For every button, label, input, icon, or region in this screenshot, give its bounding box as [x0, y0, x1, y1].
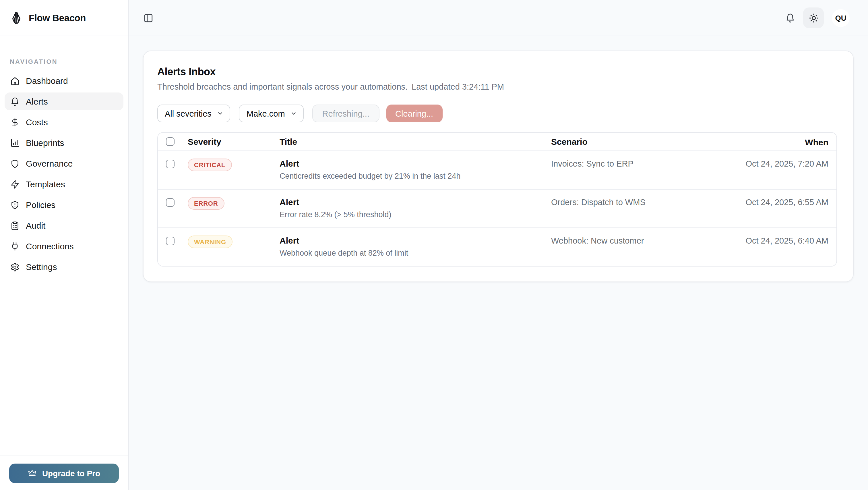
flow-beacon-logo-icon — [9, 11, 24, 25]
severity-badge: CRITICAL — [188, 158, 231, 171]
alert-scenario: Orders: Dispatch to WMS — [544, 197, 715, 207]
last-updated-text: Last updated 3:24:11 PM — [412, 82, 504, 91]
sun-icon — [809, 13, 818, 23]
sidebar-item-costs[interactable]: Costs — [5, 113, 123, 131]
upgrade-button-label: Upgrade to Pro — [42, 469, 100, 478]
select-all-checkbox[interactable] — [166, 137, 175, 146]
bell-icon — [785, 13, 795, 23]
sidebar-item-label: Audit — [26, 221, 45, 230]
severity-filter-value: All severities — [165, 109, 212, 118]
bell-icon — [10, 97, 20, 106]
alert-when: Oct 24, 2025, 6:55 AM — [715, 197, 836, 207]
chevron-down-icon — [291, 110, 297, 117]
table-header-row: Severity Title Scenario When — [158, 133, 836, 150]
app-window: Flow Beacon NAVIGATION Dashboard Alerts … — [0, 0, 868, 490]
sidebar-item-label: Settings — [26, 262, 57, 272]
refresh-alerts-button[interactable]: Refreshing... — [313, 105, 379, 122]
table-row: WARNING Alert Webhook queue depth at 82%… — [158, 228, 836, 266]
nav-section-label: NAVIGATION — [10, 58, 123, 65]
sidebar: Flow Beacon NAVIGATION Dashboard Alerts … — [0, 0, 129, 490]
plug-icon — [10, 241, 20, 251]
avatar-initials: QU — [835, 13, 846, 22]
sidebar-toggle-button[interactable] — [144, 13, 153, 23]
filters-row: All severities Make.com Refreshing... Cl… — [157, 105, 837, 122]
topbar: QU — [129, 0, 868, 36]
sidebar-item-settings[interactable]: Settings — [5, 258, 123, 276]
sidebar-nav: NAVIGATION Dashboard Alerts Costs Bluepr… — [0, 36, 128, 456]
notifications-button[interactable] — [785, 13, 795, 23]
sidebar-item-blueprints[interactable]: Blueprints — [5, 134, 123, 152]
table-row: CRITICAL Alert Centicredits exceeded bud… — [158, 150, 836, 189]
sidebar-item-policies[interactable]: Policies — [5, 196, 123, 214]
main-area: QU Alerts Inbox Threshold breaches and i… — [129, 0, 868, 490]
clipboard-list-icon — [10, 221, 20, 230]
bar-chart-icon — [10, 138, 20, 147]
alert-scenario: Invoices: Sync to ERP — [544, 158, 715, 168]
gear-icon — [10, 262, 20, 271]
sidebar-item-label: Connections — [26, 241, 74, 251]
header-when: When — [715, 137, 836, 147]
alert-description: Webhook queue depth at 82% of limit — [280, 249, 544, 257]
sidebar-item-alerts[interactable]: Alerts — [5, 92, 123, 110]
header-scenario: Scenario — [544, 137, 715, 146]
alert-description: Centicredits exceeded budget by 21% in t… — [280, 172, 544, 180]
brand: Flow Beacon — [0, 0, 128, 36]
zap-icon — [10, 179, 20, 189]
sidebar-item-label: Alerts — [26, 96, 48, 106]
sidebar-item-audit[interactable]: Audit — [5, 217, 123, 234]
alert-title: Alert — [280, 197, 544, 207]
row-checkbox[interactable] — [166, 160, 175, 168]
sidebar-item-governance[interactable]: Governance — [5, 154, 123, 172]
shield-icon — [10, 159, 20, 168]
sidebar-item-templates[interactable]: Templates — [5, 175, 123, 193]
home-icon — [10, 76, 20, 85]
severity-badge: ERROR — [188, 197, 224, 210]
sidebar-item-connections[interactable]: Connections — [5, 237, 123, 255]
alert-title: Alert — [280, 235, 544, 245]
dollar-icon — [10, 117, 20, 127]
sidebar-footer: Upgrade to Pro — [0, 456, 128, 490]
sidebar-item-label: Governance — [26, 158, 73, 168]
alert-when: Oct 24, 2025, 6:40 AM — [715, 235, 836, 245]
subtitle-text: Threshold breaches and important signals… — [157, 82, 408, 91]
page-title: Alerts Inbox — [157, 66, 837, 78]
crown-icon — [28, 469, 37, 478]
alert-description: Error rate 8.2% (> 5% threshold) — [280, 210, 544, 219]
alert-title: Alert — [280, 158, 544, 168]
page-subtitle: Threshold breaches and important signals… — [157, 82, 837, 91]
alerts-inbox-card: Alerts Inbox Threshold breaches and impo… — [143, 51, 854, 282]
shield-alert-icon — [10, 200, 20, 209]
theme-toggle-button[interactable] — [803, 7, 824, 28]
row-checkbox[interactable] — [166, 198, 175, 207]
row-checkbox[interactable] — [166, 237, 175, 245]
user-avatar[interactable]: QU — [832, 9, 849, 27]
header-title: Title — [273, 137, 544, 146]
severity-badge: WARNING — [188, 235, 232, 248]
chevron-down-icon — [217, 110, 224, 117]
sidebar-item-label: Blueprints — [26, 138, 64, 148]
panel-left-icon — [144, 13, 153, 23]
alerts-table: Severity Title Scenario When CRITICAL Al… — [157, 132, 837, 266]
sidebar-item-label: Templates — [26, 179, 65, 189]
brand-name: Flow Beacon — [29, 12, 86, 23]
sidebar-item-label: Costs — [26, 117, 48, 127]
alert-when: Oct 24, 2025, 7:20 AM — [715, 158, 836, 168]
source-filter-select[interactable]: Make.com — [239, 105, 304, 122]
sidebar-item-label: Dashboard — [26, 76, 68, 86]
severity-filter-select[interactable]: All severities — [157, 105, 230, 122]
clear-alerts-button[interactable]: Clearing... — [386, 105, 442, 122]
header-severity: Severity — [181, 137, 273, 146]
upgrade-to-pro-button[interactable]: Upgrade to Pro — [9, 464, 119, 483]
source-filter-value: Make.com — [247, 109, 285, 118]
table-row: ERROR Alert Error rate 8.2% (> 5% thresh… — [158, 189, 836, 228]
sidebar-item-label: Policies — [26, 200, 55, 210]
sidebar-item-dashboard[interactable]: Dashboard — [5, 72, 123, 90]
page-content: Alerts Inbox Threshold breaches and impo… — [129, 36, 868, 490]
alert-scenario: Webhook: New customer — [544, 235, 715, 245]
